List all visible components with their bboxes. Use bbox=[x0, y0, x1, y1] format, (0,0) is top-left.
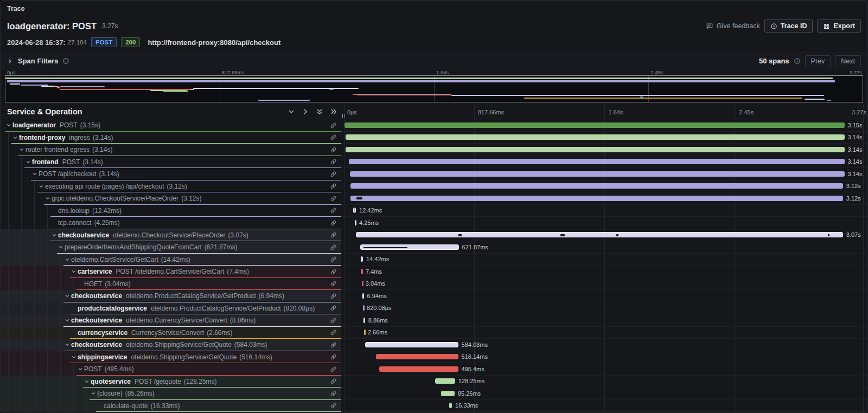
span-bar[interactable] bbox=[346, 134, 845, 140]
span-bar[interactable] bbox=[361, 269, 363, 274]
link-icon[interactable] bbox=[330, 280, 337, 287]
span-row[interactable]: tcp.connect(4.25ms)4.25ms bbox=[1, 217, 867, 229]
span-bar[interactable] bbox=[365, 342, 458, 347]
span-row-label-cell[interactable]: calculate-quote(16.33ms) bbox=[1, 400, 341, 412]
span-row-label-cell[interactable]: frontend-proxyingress(3.14s) bbox=[1, 132, 341, 144]
span-row-label-cell[interactable]: POST(495.4ms) bbox=[1, 363, 341, 376]
link-icon[interactable] bbox=[330, 317, 337, 324]
span-row[interactable]: POST(495.4ms)495.4ms bbox=[1, 363, 867, 376]
collapse-all-icon[interactable] bbox=[316, 108, 323, 115]
chevron-down-icon[interactable] bbox=[70, 269, 78, 274]
info-icon[interactable] bbox=[794, 57, 801, 64]
span-row-label-cell[interactable]: checkoutserviceoteldemo.CheckoutService/… bbox=[1, 229, 341, 242]
span-row-label-cell[interactable]: cartservicePOST /oteldemo.CartService/Ge… bbox=[1, 266, 341, 278]
prev-button[interactable]: Prev bbox=[805, 55, 831, 67]
span-row-label-cell[interactable]: POST /api/checkout(3.14s) bbox=[1, 168, 341, 180]
span-bar[interactable] bbox=[363, 318, 365, 323]
link-icon[interactable] bbox=[330, 122, 337, 129]
link-icon[interactable] bbox=[330, 268, 337, 275]
next-button[interactable]: Next bbox=[835, 55, 861, 67]
span-row-label-cell[interactable]: executing api route (pages) /api/checkou… bbox=[1, 180, 341, 193]
link-icon[interactable] bbox=[330, 390, 337, 397]
link-icon[interactable] bbox=[330, 220, 337, 227]
link-icon[interactable] bbox=[330, 183, 337, 190]
span-row[interactable]: quoteservicePOST /getquote(128.25ms)128.… bbox=[1, 376, 867, 388]
span-row[interactable]: checkoutserviceoteldemo.CurrencyService/… bbox=[1, 314, 867, 327]
span-bar[interactable] bbox=[353, 208, 356, 213]
span-row-label-cell[interactable]: tcp.connect(4.25ms) bbox=[1, 217, 341, 229]
link-icon[interactable] bbox=[330, 207, 337, 214]
link-icon[interactable] bbox=[330, 305, 337, 312]
span-bar[interactable] bbox=[376, 354, 458, 359]
span-row[interactable]: prepareOrderItemsAndShippingQuoteFromCar… bbox=[1, 241, 867, 254]
link-icon[interactable] bbox=[330, 402, 337, 409]
span-row[interactable]: shippingserviceoteldemo.ShippingService/… bbox=[1, 351, 867, 364]
chevron-down-icon[interactable] bbox=[57, 244, 65, 250]
chevron-down-icon[interactable] bbox=[70, 354, 78, 360]
span-filters-toggle[interactable]: Span Filters bbox=[18, 57, 58, 65]
span-row-label-cell[interactable]: checkoutserviceoteldemo.ShippingService/… bbox=[1, 339, 341, 351]
link-icon[interactable] bbox=[330, 158, 337, 165]
chevron-down-icon[interactable] bbox=[37, 184, 45, 189]
span-row[interactable]: calculate-quote(16.33ms)16.33ms bbox=[1, 400, 867, 412]
info-icon[interactable] bbox=[62, 57, 69, 64]
span-row-label-cell[interactable]: oteldemo.CartService/GetCart(14.42ms) bbox=[1, 254, 341, 266]
span-row[interactable]: frontendPOST(3.14s)3.14s bbox=[1, 156, 867, 169]
chevron-down-icon[interactable] bbox=[11, 135, 19, 140]
span-bar[interactable] bbox=[355, 220, 356, 225]
span-row-label-cell[interactable]: productcatalogserviceoteldemo.ProductCat… bbox=[1, 302, 341, 315]
span-row-label-cell[interactable]: quoteservicePOST /getquote(128.25ms) bbox=[1, 376, 341, 388]
export-button[interactable]: Export bbox=[817, 20, 861, 33]
span-row[interactable]: grpc.oteldemo.CheckoutService/PlaceOrder… bbox=[1, 192, 867, 205]
chevron-down-icon[interactable] bbox=[18, 147, 25, 152]
chevron-down-icon[interactable] bbox=[5, 122, 12, 128]
span-row[interactable]: HGET(3.04ms)3.04ms bbox=[1, 278, 867, 291]
span-bar[interactable] bbox=[344, 122, 845, 128]
span-row[interactable]: checkoutserviceoteldemo.ProductCatalogSe… bbox=[1, 290, 867, 302]
span-row[interactable]: POST /api/checkout(3.14s)3.14s bbox=[1, 168, 867, 180]
span-row-label-cell[interactable]: grpc.oteldemo.CheckoutService/PlaceOrder… bbox=[1, 192, 341, 205]
span-row-label-cell[interactable]: shippingserviceoteldemo.ShippingService/… bbox=[1, 351, 341, 364]
span-row[interactable]: checkoutserviceoteldemo.CheckoutService/… bbox=[1, 229, 867, 242]
link-icon[interactable] bbox=[330, 256, 337, 263]
chevron-down-icon[interactable] bbox=[63, 293, 71, 299]
chevron-down-icon[interactable] bbox=[63, 318, 71, 323]
chevron-down-icon[interactable] bbox=[44, 196, 52, 201]
link-icon[interactable] bbox=[330, 329, 337, 336]
panel-resize-handle[interactable] bbox=[341, 104, 345, 119]
trace-id-button[interactable]: Trace ID bbox=[764, 20, 813, 33]
link-icon[interactable] bbox=[330, 353, 337, 360]
link-icon[interactable] bbox=[330, 244, 337, 251]
span-row-label-cell[interactable]: prepareOrderItemsAndShippingQuoteFromCar… bbox=[1, 241, 341, 254]
span-row-label-cell[interactable]: {closure}(85.26ms) bbox=[1, 388, 341, 400]
chevron-down-icon[interactable] bbox=[24, 159, 32, 165]
span-row-label-cell[interactable]: checkoutserviceoteldemo.ProductCatalogSe… bbox=[1, 290, 341, 302]
link-icon[interactable] bbox=[330, 195, 337, 202]
span-bar[interactable] bbox=[350, 183, 843, 189]
span-row-label-cell[interactable]: frontendPOST(3.14s) bbox=[1, 156, 341, 169]
span-row-label-cell[interactable]: router frontend egress(3.14s) bbox=[1, 144, 341, 156]
expand-one-icon[interactable] bbox=[302, 108, 309, 115]
span-bar[interactable] bbox=[350, 171, 845, 177]
chevron-right-icon[interactable] bbox=[7, 59, 12, 64]
span-row-label-cell[interactable]: HGET(3.04ms) bbox=[1, 278, 341, 291]
span-bar[interactable] bbox=[362, 293, 364, 299]
collapse-one-icon[interactable] bbox=[288, 108, 295, 115]
span-row[interactable]: executing api route (pages) /api/checkou… bbox=[1, 180, 867, 193]
span-bar[interactable] bbox=[362, 281, 363, 286]
span-bar[interactable] bbox=[364, 330, 366, 335]
link-icon[interactable] bbox=[330, 366, 337, 373]
span-bar[interactable] bbox=[449, 403, 452, 408]
span-row[interactable]: {closure}(85.26ms)85.26ms bbox=[1, 388, 867, 400]
span-row-label-cell[interactable]: loadgeneratorPOST(3.15s) bbox=[1, 119, 341, 132]
chevron-down-icon[interactable] bbox=[83, 379, 91, 384]
link-icon[interactable] bbox=[330, 378, 337, 385]
chevron-down-icon[interactable] bbox=[90, 391, 97, 396]
span-row[interactable]: productcatalogserviceoteldemo.ProductCat… bbox=[1, 302, 867, 315]
expand-all-icon[interactable] bbox=[330, 108, 337, 115]
span-row[interactable]: checkoutserviceoteldemo.ShippingService/… bbox=[1, 339, 867, 351]
chevron-down-icon[interactable] bbox=[63, 257, 71, 262]
span-bar[interactable] bbox=[363, 305, 365, 311]
give-feedback-button[interactable]: Give feedback bbox=[706, 22, 760, 30]
span-row[interactable]: router frontend egress(3.14s)3.14s bbox=[1, 144, 867, 156]
